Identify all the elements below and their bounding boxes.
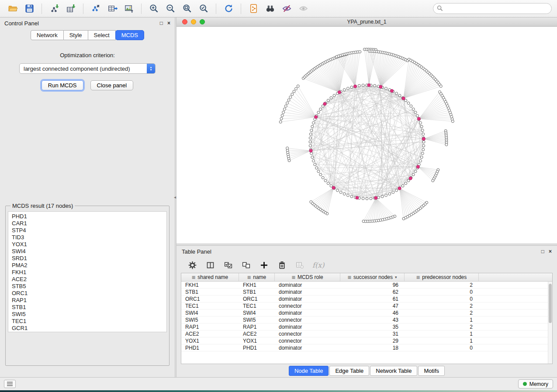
run-mcds-button[interactable]: Run MCDS [42, 80, 83, 90]
tab-network[interactable]: Network [31, 30, 64, 40]
graph-node[interactable] [362, 84, 364, 86]
select-all-button[interactable] [223, 259, 233, 271]
graph-node[interactable] [317, 170, 320, 173]
tab-mcds[interactable]: MCDS [115, 30, 144, 40]
table-row[interactable]: ORC1ORC1dominator610 [181, 296, 552, 303]
tab-style[interactable]: Style [64, 30, 88, 40]
graph-node[interactable] [339, 191, 342, 193]
mcds-result-item[interactable]: TID3 [8, 234, 166, 241]
graph-node[interactable] [286, 102, 289, 104]
zoom-fit-button[interactable] [180, 2, 194, 16]
column-header-mcds-role[interactable]: ▦MCDS role [275, 273, 340, 281]
graph-node[interactable] [422, 148, 425, 151]
graph-node[interactable] [370, 197, 372, 200]
table-row[interactable]: YOX1YOX1connector291 [181, 337, 552, 344]
share-document-button[interactable] [246, 2, 261, 16]
delete-table-button[interactable] [294, 259, 305, 271]
mcds-result-item[interactable]: CAR1 [8, 220, 166, 227]
graph-node[interactable] [309, 133, 312, 135]
graph-node[interactable] [414, 111, 417, 113]
zoom-selected-button[interactable] [196, 2, 211, 16]
graph-node[interactable] [330, 185, 332, 187]
graph-hub-node[interactable] [323, 102, 326, 105]
graph-node[interactable] [366, 197, 368, 200]
mcds-result-item[interactable]: SWI4 [8, 248, 166, 255]
delete-column-button[interactable] [277, 259, 287, 271]
graph-hub-node[interactable] [374, 196, 377, 199]
graph-node[interactable] [350, 195, 353, 198]
column-header-predecessor-nodes[interactable]: ▦predecessor nodes [405, 273, 479, 281]
graph-node[interactable] [322, 176, 324, 179]
graph-node[interactable] [291, 93, 294, 96]
graph-node[interactable] [319, 108, 322, 110]
memory-button[interactable]: Memory [518, 379, 553, 389]
graph-hub-node[interactable] [409, 177, 412, 180]
graph-hub-node[interactable] [332, 186, 335, 189]
graph-node[interactable] [343, 89, 346, 91]
float-table-panel-icon[interactable]: □ [541, 249, 544, 254]
add-column-button[interactable] [259, 259, 269, 271]
graph-node[interactable] [359, 51, 361, 53]
optimization-criterion-select[interactable]: largest connected component (undirected)… [19, 63, 156, 74]
graph-node[interactable] [310, 129, 313, 132]
table-row[interactable]: PHD1PHD1dominator180 [181, 344, 552, 351]
graph-node[interactable] [343, 193, 346, 195]
zoom-out-button[interactable] [163, 2, 178, 16]
graph-node[interactable] [286, 147, 289, 149]
scrollbar-thumb[interactable] [549, 284, 552, 323]
close-mcds-panel-button[interactable]: Close panel [90, 80, 134, 90]
graph-node[interactable] [283, 108, 286, 110]
function-builder-button[interactable]: f(x) [312, 261, 324, 269]
graph-node[interactable] [312, 121, 315, 124]
graph-node[interactable] [309, 141, 311, 143]
graph-hub-node[interactable] [379, 85, 382, 88]
graph-node[interactable] [420, 156, 423, 158]
graph-node[interactable] [314, 163, 316, 166]
tab-node-table[interactable]: Node Table [289, 366, 329, 376]
graph-hub-node[interactable] [416, 165, 419, 168]
table-row[interactable]: SWI5SWI5connector431 [181, 316, 552, 323]
save-session-button[interactable] [22, 2, 37, 16]
graph-node[interactable] [309, 137, 311, 139]
mcds-result-item[interactable]: ORC1 [8, 290, 166, 297]
float-panel-icon[interactable]: □ [160, 21, 163, 26]
graph-node[interactable] [309, 144, 311, 147]
export-image-button[interactable] [121, 2, 136, 16]
graph-node[interactable] [327, 99, 329, 102]
mcds-result-item[interactable]: GCR1 [8, 325, 166, 332]
graph-node[interactable] [289, 96, 292, 98]
graph-node[interactable] [422, 144, 425, 147]
graph-node[interactable] [327, 182, 329, 185]
tab-edge-table[interactable]: Edge Table [329, 366, 369, 376]
mcds-result-item[interactable]: TEC1 [8, 318, 166, 325]
import-table-button[interactable] [63, 2, 78, 16]
search-network-button[interactable] [263, 2, 277, 16]
graph-node[interactable] [362, 197, 364, 200]
graph-node[interactable] [385, 87, 387, 90]
graph-hub-node[interactable] [353, 85, 356, 88]
show-all-button[interactable] [296, 2, 311, 16]
splitter-collapse-icon[interactable]: ◂ [174, 195, 176, 199]
graph-node[interactable] [395, 189, 398, 192]
graph-node[interactable] [333, 94, 336, 97]
window-zoom-button[interactable] [200, 19, 205, 24]
graph-node[interactable] [398, 94, 401, 97]
mcds-result-item[interactable]: RAP1 [8, 297, 166, 304]
graph-node[interactable] [287, 99, 290, 101]
graph-node[interactable] [362, 220, 365, 223]
mcds-result-item[interactable]: STP4 [8, 227, 166, 234]
graph-node[interactable] [310, 152, 313, 155]
graph-hub-node[interactable] [417, 117, 420, 120]
column-header-name[interactable]: ▦name [239, 273, 275, 281]
table-row[interactable]: ACE2ACE2connector311 [181, 330, 552, 337]
graph-node[interactable] [312, 160, 315, 162]
graph-hub-node[interactable] [315, 115, 318, 118]
mcds-result-item[interactable]: PMA2 [8, 262, 166, 269]
close-panel-icon[interactable]: × [167, 21, 170, 26]
graph-node[interactable] [336, 189, 339, 192]
graph-node[interactable] [419, 121, 422, 124]
graph-node[interactable] [395, 92, 398, 95]
ui-settings-button[interactable] [4, 380, 16, 388]
column-header-successor-nodes[interactable]: ▦successor nodes▾ [340, 273, 405, 281]
graph-node[interactable] [311, 156, 314, 158]
